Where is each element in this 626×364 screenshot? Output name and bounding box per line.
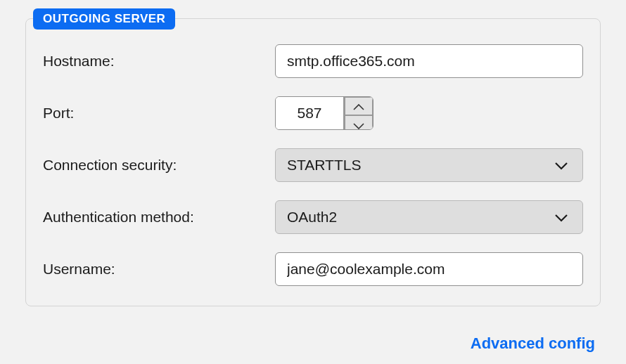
port-decrement-button[interactable] <box>345 115 373 130</box>
connection-security-label: Connection security: <box>43 157 275 174</box>
hostname-row: Hostname: <box>43 44 583 78</box>
outgoing-server-badge: OUTGOING SERVER <box>33 8 175 30</box>
auth-method-value: OAuth2 <box>287 209 337 226</box>
port-input[interactable] <box>276 97 343 129</box>
outgoing-server-fieldset: OUTGOING SERVER Hostname: Port: <box>25 18 601 306</box>
chevron-down-icon <box>353 116 364 130</box>
username-row: Username: <box>43 252 583 286</box>
username-input[interactable] <box>275 252 583 286</box>
hostname-input[interactable] <box>275 44 583 78</box>
chevron-up-icon <box>353 98 364 115</box>
username-label: Username: <box>43 261 275 278</box>
connection-security-value: STARTTLS <box>287 157 361 174</box>
hostname-label: Hostname: <box>43 53 275 70</box>
advanced-config-link[interactable]: Advanced config <box>471 334 595 353</box>
port-label: Port: <box>43 105 275 122</box>
port-stepper-buttons <box>343 97 373 129</box>
auth-method-row: Authentication method: OAuth2 <box>43 200 583 234</box>
port-row: Port: <box>43 96 583 130</box>
port-increment-button[interactable] <box>345 97 373 115</box>
chevron-down-icon <box>554 157 568 174</box>
connection-security-select[interactable]: STARTTLS <box>275 148 583 182</box>
auth-method-select[interactable]: OAuth2 <box>275 200 583 234</box>
connection-security-row: Connection security: STARTTLS <box>43 148 583 182</box>
port-stepper <box>275 96 373 130</box>
chevron-down-icon <box>554 209 568 226</box>
auth-method-label: Authentication method: <box>43 209 275 226</box>
